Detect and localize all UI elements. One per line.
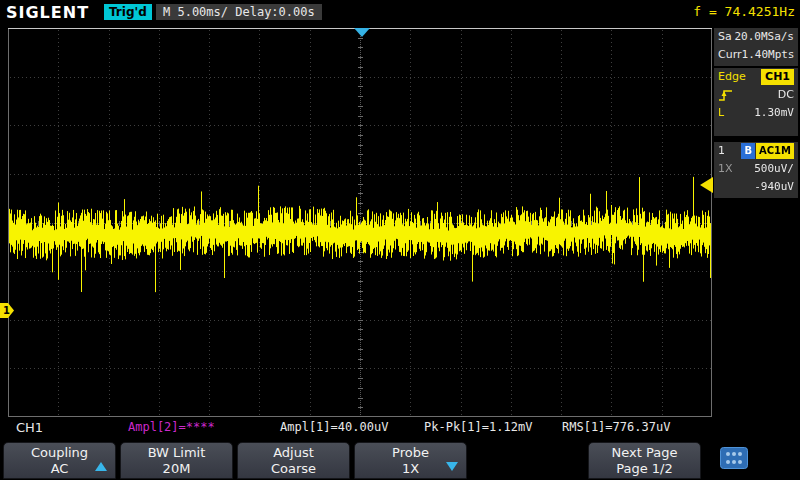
vertical-offset-value: -940uV bbox=[754, 179, 794, 195]
measurement-rms-ch1: RMS[1]=776.37uV bbox=[562, 420, 670, 436]
trigger-status-badge: Trig'd bbox=[104, 4, 152, 20]
channel1-info-panel: 1 B AC1M 1X 500uV/ -940uV bbox=[714, 142, 798, 198]
trigger-info-panel: Edge CH1 DC L 1.30mV bbox=[714, 68, 798, 136]
trigger-position-marker[interactable] bbox=[354, 28, 370, 37]
menu-button-value: 20M bbox=[121, 461, 232, 477]
menu-button-value: Page 1/2 bbox=[589, 461, 700, 477]
menu-button-coupling[interactable]: Coupling AC bbox=[3, 442, 116, 479]
probe-attenuation-label: 1X bbox=[718, 161, 733, 177]
acquisition-info-panel: Sa 20.0MSa/s Curr 1.40Mpts bbox=[714, 28, 798, 66]
menu-button-label: Adjust bbox=[238, 445, 349, 461]
trigger-coupling-value: DC bbox=[778, 87, 794, 103]
measurement-ampl-ch2: Ampl[2]=**** bbox=[128, 420, 215, 436]
vertical-scale-value: 500uV/ bbox=[754, 161, 794, 177]
menu-button-adjust[interactable]: Adjust Coarse bbox=[237, 442, 350, 479]
brand-logo: SIGLENT bbox=[6, 3, 89, 22]
trigger-source-badge: CH1 bbox=[761, 69, 794, 85]
trigger-level-marker[interactable] bbox=[700, 177, 713, 193]
oscilloscope-screen: SIGLENT Trig'd M 5.00ms/ Delay:0.00s f =… bbox=[0, 0, 800, 480]
trigger-level-label: L bbox=[718, 105, 724, 121]
menu-button-label: Next Page bbox=[589, 445, 700, 461]
measurement-pkpk-ch1: Pk-Pk[1]=1.12mV bbox=[424, 420, 532, 436]
channel-coupling-badge: AC1M bbox=[756, 143, 794, 159]
memory-depth-label: Curr bbox=[718, 47, 742, 63]
menu-button-label: Coupling bbox=[4, 445, 115, 461]
memory-depth-value: 1.40Mpts bbox=[742, 47, 795, 63]
top-status-bar: SIGLENT Trig'd M 5.00ms/ Delay:0.00s f =… bbox=[0, 0, 800, 26]
keypad-icon[interactable] bbox=[720, 447, 748, 469]
bandwidth-limit-badge: B bbox=[741, 143, 755, 159]
measure-channel-label: CH1 bbox=[16, 420, 43, 436]
menu-button-label: Probe bbox=[355, 445, 466, 461]
trigger-level-value: 1.30mV bbox=[754, 105, 794, 121]
sample-rate-label: Sa bbox=[718, 29, 732, 45]
timebase-readout: M 5.00ms/ Delay:0.00s bbox=[156, 4, 322, 20]
channel-number-label: 1 bbox=[718, 143, 725, 159]
waveform-display bbox=[8, 28, 712, 417]
down-arrow-icon bbox=[446, 462, 458, 471]
rising-edge-icon bbox=[718, 87, 734, 103]
frequency-counter: f = 74.4251Hz bbox=[693, 4, 795, 19]
up-arrow-icon bbox=[95, 462, 107, 471]
sample-rate-value: 20.0MSa/s bbox=[734, 29, 794, 45]
menu-button-next-page[interactable]: Next Page Page 1/2 bbox=[588, 442, 701, 479]
menu-button-value: Coarse bbox=[238, 461, 349, 477]
measurement-ampl-ch1: Ampl[1]=40.00uV bbox=[280, 420, 388, 436]
menu-button-probe[interactable]: Probe 1X bbox=[354, 442, 467, 479]
trigger-type-label: Edge bbox=[718, 69, 746, 85]
menu-button-bw-limit[interactable]: BW Limit 20M bbox=[120, 442, 233, 479]
menu-button-label: BW Limit bbox=[121, 445, 232, 461]
